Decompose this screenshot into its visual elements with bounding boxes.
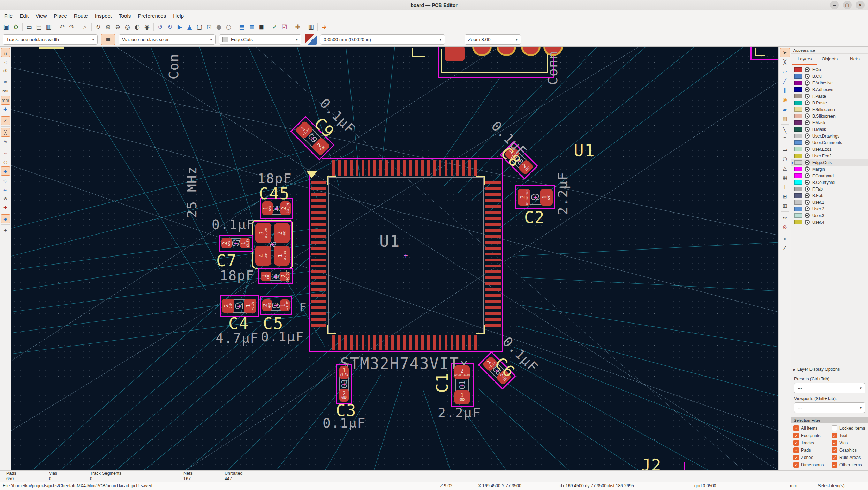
layer-row-b-silkscreen[interactable]: B.Silkscreen — [791, 113, 868, 119]
eye-icon[interactable] — [805, 160, 810, 165]
measure-tool-button[interactable]: ∠ — [780, 244, 790, 253]
refresh-view-button[interactable]: ↻ — [93, 22, 103, 31]
eye-icon[interactable] — [805, 200, 810, 205]
eye-icon[interactable] — [805, 87, 810, 92]
tab-objects[interactable]: Objects — [817, 54, 842, 65]
layer-row-f-mask[interactable]: F.Mask — [791, 119, 868, 126]
maximize-button[interactable]: ▢ — [843, 1, 852, 9]
polar-coordinates-button[interactable]: rθ — [1, 66, 10, 75]
layer-color-swatch[interactable] — [794, 207, 802, 211]
layer-color-swatch[interactable] — [794, 173, 802, 178]
layer-color-swatch[interactable] — [794, 94, 802, 98]
eye-icon[interactable] — [805, 220, 810, 225]
pad-2[interactable]: 2GND — [221, 238, 232, 248]
pcb-canvas[interactable]: + Y23OSC_OUT2GND4GND1OSC_IN+ C91+3.3V2GN… — [11, 47, 778, 470]
checkbox[interactable]: ✓ — [793, 455, 799, 460]
pad-1[interactable]: 1+3.3V — [244, 299, 256, 313]
mirror-button[interactable]: ▲ — [185, 22, 194, 31]
sketch-vias-tracks-button[interactable]: ✚ — [1, 203, 10, 212]
grid-dots-button[interactable]: ⣿ — [1, 48, 10, 57]
menu-place[interactable]: Place — [50, 12, 70, 20]
grid-overrides-button[interactable]: ⢕ — [1, 57, 10, 66]
layer-row-b-paste[interactable]: B.Paste — [791, 99, 868, 106]
minimize-button[interactable]: – — [830, 1, 839, 9]
filter-text[interactable]: ✓Text — [832, 433, 867, 438]
draw-rectangle-button[interactable]: ▭ — [780, 144, 790, 154]
filter-locked-items[interactable]: Locked items — [832, 425, 867, 431]
filter-zones[interactable]: ✓Zones — [793, 455, 832, 460]
units-mils-button[interactable]: mil — [1, 87, 10, 96]
checkbox[interactable]: ✓ — [832, 433, 837, 438]
local-ratsnest-button[interactable]: ╳ — [780, 57, 790, 67]
titlebar[interactable]: board — PCB Editor –▢✕ — [0, 0, 868, 10]
draw-circle-button[interactable]: ○ — [780, 154, 790, 163]
eye-icon[interactable] — [805, 193, 810, 198]
checkbox[interactable]: ✓ — [793, 440, 799, 446]
checkbox[interactable]: ✓ — [793, 462, 799, 468]
draw-arc-button[interactable]: ⌒ — [780, 135, 790, 144]
via-display-mode-button[interactable]: ◎ — [1, 157, 10, 166]
route-tracks-button[interactable]: ╱ — [780, 76, 790, 86]
zone-display-outline-button[interactable]: ◇ — [1, 176, 10, 185]
3d-viewer-button[interactable]: ◼ — [257, 22, 266, 31]
draw-line-button[interactable]: ╲ — [780, 126, 790, 135]
active-layer-select[interactable]: Edge.Cuts ▾ — [219, 34, 301, 45]
eye-icon[interactable] — [805, 140, 810, 145]
eye-icon[interactable] — [805, 206, 810, 211]
track-width-select[interactable]: Track: use netclass width ▾ — [3, 34, 98, 45]
menu-help[interactable]: Help — [169, 12, 187, 20]
pad-4[interactable]: 4GND — [255, 246, 271, 266]
layer-row-user-2[interactable]: User.2 — [791, 206, 868, 212]
eye-icon[interactable] — [805, 74, 810, 79]
layer-row-user-eco2[interactable]: User.Eco2 — [791, 153, 868, 159]
tab-nets[interactable]: Nets — [842, 54, 867, 65]
menu-view[interactable]: View — [32, 12, 50, 20]
checkbox[interactable]: ✓ — [832, 440, 837, 446]
layer-row-f-paste[interactable]: F.Paste — [791, 93, 868, 99]
layer-color-swatch[interactable] — [794, 74, 802, 79]
pad-1[interactable]: 1OSC_IN — [274, 246, 290, 266]
presets-select[interactable]: --- ▾ — [794, 383, 865, 393]
connector-top[interactable] — [438, 47, 554, 78]
zoom-out-button[interactable]: ⊖ — [113, 22, 122, 31]
checkbox[interactable] — [832, 425, 837, 431]
eye-icon[interactable] — [805, 127, 810, 132]
layer-row-b-courtyard[interactable]: B.Courtyard — [791, 179, 868, 186]
menu-tools[interactable]: Tools — [115, 12, 134, 20]
place-text-button[interactable]: T — [780, 182, 790, 192]
zoom-select[interactable]: Zoom 8.00 ▾ — [465, 34, 521, 45]
footprint-c7[interactable]: C72GND1+3.3V+ — [219, 235, 253, 252]
crosshair-style-button[interactable]: ✚ — [1, 105, 10, 114]
layer-color-swatch[interactable] — [794, 160, 802, 165]
units-mm-button[interactable]: mm — [1, 96, 10, 105]
properties-manager-button[interactable]: ✦ — [1, 226, 10, 235]
layer-color-swatch[interactable] — [794, 81, 802, 85]
grid-select[interactable]: 0.0500 mm (0.0020 in) ▾ — [320, 34, 445, 45]
layer-color-swatch[interactable] — [794, 154, 802, 158]
high-contrast-mode-button[interactable]: ◆ — [1, 214, 10, 223]
page-settings-button[interactable]: ▭ — [24, 22, 34, 31]
pad-1[interactable]: 1GND — [540, 189, 553, 205]
layer-row-b-adhesive[interactable]: B.Adhesive — [791, 86, 868, 93]
rotate-ccw-button[interactable]: ↺ — [156, 22, 165, 31]
checkbox[interactable]: ✓ — [793, 425, 799, 431]
layer-row-f-courtyard[interactable]: F.Courtyard — [791, 172, 868, 179]
footprint-c46[interactable]: C461GND2OSC_OUT+ — [258, 268, 293, 284]
footprint-u1[interactable]: + — [309, 158, 503, 352]
eye-icon[interactable] — [805, 113, 810, 119]
filter-other-items[interactable]: ✓Other items — [832, 462, 867, 468]
highlight-net-tool-button[interactable]: ✚ — [293, 22, 302, 31]
menu-inspect[interactable]: Inspect — [91, 12, 115, 20]
pad-2[interactable]: 2GND — [262, 299, 272, 311]
layer-color-swatch[interactable] — [794, 67, 802, 72]
layer-color-swatch[interactable] — [794, 134, 802, 138]
drill-place-origin-button[interactable]: ⌖ — [780, 234, 790, 244]
checkbox[interactable]: ✓ — [832, 447, 837, 453]
pad-2[interactable]: 2GND — [222, 299, 234, 313]
design-rules-checker-button[interactable]: ☑ — [280, 22, 289, 31]
filter-graphics[interactable]: ✓Graphics — [832, 447, 867, 453]
route-diff-pairs-button[interactable]: ∥ — [780, 86, 790, 95]
layer-row-f-fab[interactable]: F.Fab — [791, 186, 868, 192]
layer-row-user-1[interactable]: User.1 — [791, 199, 868, 206]
save-button[interactable]: ▣ — [1, 22, 11, 31]
